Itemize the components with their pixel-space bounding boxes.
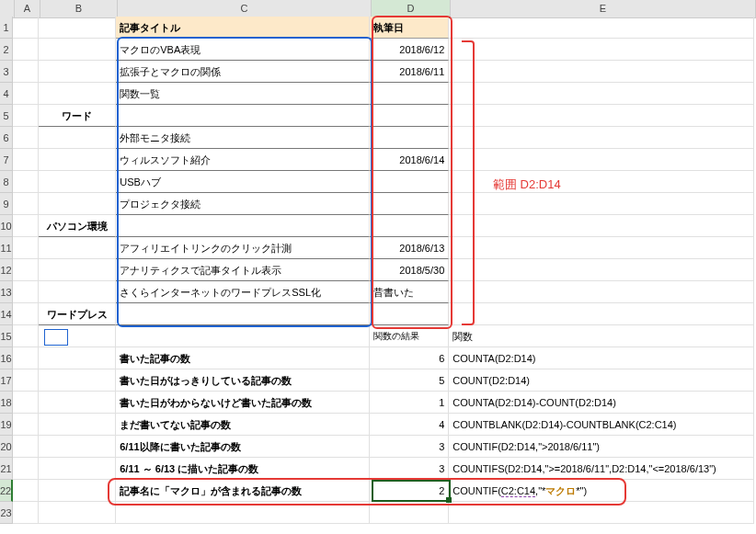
- cell-a20[interactable]: [13, 436, 39, 458]
- cell-a18[interactable]: [13, 392, 39, 414]
- cell-e8[interactable]: [449, 171, 754, 193]
- cell-d8[interactable]: [370, 171, 449, 193]
- row-header-22[interactable]: 22: [0, 480, 13, 502]
- cell-c16[interactable]: 書いた記事の数: [116, 347, 370, 369]
- cell-d13[interactable]: 昔書いた: [370, 281, 449, 303]
- cell-a17[interactable]: [13, 369, 39, 392]
- cell-c3[interactable]: 拡張子とマクロの関係: [116, 61, 370, 83]
- row-header-2[interactable]: 2: [0, 39, 13, 61]
- cell-d23[interactable]: [370, 502, 449, 524]
- cell-d19[interactable]: 4: [370, 414, 449, 436]
- cell-e18[interactable]: COUNTA(D2:D14)-COUNT(D2:D14): [449, 392, 754, 414]
- cell-e3[interactable]: [449, 61, 754, 83]
- cell-d17[interactable]: 5: [370, 369, 449, 392]
- cell-d2[interactable]: 2018/6/12: [370, 39, 449, 61]
- cell-a10[interactable]: [13, 215, 39, 237]
- cell-a4[interactable]: [13, 83, 39, 105]
- cell-d16[interactable]: 6: [370, 347, 449, 369]
- row-header-17[interactable]: 17: [0, 369, 13, 392]
- cell-a1[interactable]: [13, 17, 39, 39]
- cell-a12[interactable]: [13, 259, 39, 281]
- cell-c13[interactable]: さくらインターネットのワードプレスSSL化: [116, 281, 370, 303]
- cell-e7[interactable]: [449, 149, 754, 171]
- row-header-1[interactable]: 1: [0, 17, 13, 39]
- cell-c4[interactable]: 関数一覧: [116, 83, 370, 105]
- cell-c18[interactable]: 書いた日がわからないけど書いた記事の数: [116, 392, 370, 414]
- cell-d4[interactable]: [370, 83, 449, 105]
- cell-c15[interactable]: [116, 325, 370, 347]
- cell-d10[interactable]: [370, 215, 449, 237]
- col-header-e[interactable]: E: [451, 0, 756, 18]
- cell-d15[interactable]: 関数の結果: [370, 325, 449, 347]
- cell-c14[interactable]: [116, 303, 370, 325]
- cell-a15[interactable]: [13, 325, 39, 347]
- cell-b9[interactable]: [39, 193, 116, 215]
- cell-b17[interactable]: [39, 369, 116, 392]
- row-header-6[interactable]: 6: [0, 127, 13, 149]
- col-header-c[interactable]: C: [118, 0, 372, 18]
- cell-e9[interactable]: [449, 193, 754, 215]
- cell-b10[interactable]: パソコン環境: [39, 215, 116, 237]
- row-header-12[interactable]: 12: [0, 259, 13, 281]
- cell-c9[interactable]: プロジェクタ接続: [116, 193, 370, 215]
- cell-b18[interactable]: [39, 392, 116, 414]
- cell-c5[interactable]: [116, 105, 370, 127]
- row-header-13[interactable]: 13: [0, 281, 13, 303]
- cell-d1[interactable]: 執筆日: [370, 17, 449, 39]
- cell-c10[interactable]: [116, 215, 370, 237]
- row-header-7[interactable]: 7: [0, 149, 13, 171]
- col-header-a[interactable]: A: [15, 0, 40, 18]
- cell-a2[interactable]: [13, 39, 39, 61]
- cell-b2[interactable]: [39, 39, 116, 61]
- cell-c21[interactable]: 6/11 ～ 6/13 に描いた記事の数: [116, 458, 370, 480]
- cell-a6[interactable]: [13, 127, 39, 149]
- cell-c12[interactable]: アナリティクスで記事タイトル表示: [116, 259, 370, 281]
- cell-a8[interactable]: [13, 171, 39, 193]
- cell-e12[interactable]: [449, 259, 754, 281]
- cell-a14[interactable]: [13, 303, 39, 325]
- select-all-corner[interactable]: [0, 0, 15, 18]
- cell-c17[interactable]: 書いた日がはっきりしている記事の数: [116, 369, 370, 392]
- cell-d21[interactable]: 3: [370, 458, 449, 480]
- cell-c2[interactable]: マクロのVBA表現: [116, 39, 370, 61]
- cell-c6[interactable]: 外部モニタ接続: [116, 127, 370, 149]
- cell-e2[interactable]: [449, 39, 754, 61]
- row-header-15[interactable]: 15: [0, 325, 13, 347]
- row-header-5[interactable]: 5: [0, 105, 13, 127]
- cell-b5[interactable]: ワード: [39, 105, 116, 127]
- cell-b19[interactable]: [39, 414, 116, 436]
- cell-e21[interactable]: COUNTIFS(D2:D14,">=2018/6/11",D2:D14,"<=…: [449, 458, 754, 480]
- cell-a9[interactable]: [13, 193, 39, 215]
- row-header-23[interactable]: 23: [0, 502, 13, 524]
- row-header-14[interactable]: 14: [0, 303, 13, 325]
- cell-e17[interactable]: COUNT(D2:D14): [449, 369, 754, 392]
- row-header-10[interactable]: 10: [0, 215, 13, 237]
- cell-d11[interactable]: 2018/6/13: [370, 237, 449, 259]
- cell-c11[interactable]: アフィリエイトリンクのクリック計測: [116, 237, 370, 259]
- cell-b4[interactable]: [39, 83, 116, 105]
- cell-c19[interactable]: まだ書いてない記事の数: [116, 414, 370, 436]
- cell-a21[interactable]: [13, 458, 39, 480]
- cell-a5[interactable]: [13, 105, 39, 127]
- cell-a13[interactable]: [13, 281, 39, 303]
- row-header-11[interactable]: 11: [0, 237, 13, 259]
- cell-e16[interactable]: COUNTA(D2:D14): [449, 347, 754, 369]
- cell-d22[interactable]: 2: [370, 480, 449, 502]
- cell-e10[interactable]: [449, 215, 754, 237]
- cell-b11[interactable]: [39, 237, 116, 259]
- cell-e20[interactable]: COUNTIF(D2:D14,">2018/6/11"): [449, 436, 754, 458]
- col-header-d[interactable]: D: [372, 0, 451, 18]
- cell-b13[interactable]: [39, 281, 116, 303]
- row-header-8[interactable]: 8: [0, 171, 13, 193]
- cell-b15[interactable]: [39, 325, 116, 347]
- cell-a16[interactable]: [13, 347, 39, 369]
- cell-d5[interactable]: [370, 105, 449, 127]
- cell-a19[interactable]: [13, 414, 39, 436]
- row-header-20[interactable]: 20: [0, 436, 13, 458]
- cell-b7[interactable]: [39, 149, 116, 171]
- cell-e14[interactable]: [449, 303, 754, 325]
- cell-d20[interactable]: 3: [370, 436, 449, 458]
- cell-e13[interactable]: [449, 281, 754, 303]
- cell-e22[interactable]: COUNTIF(C2:C14,"*マクロ*"): [449, 480, 754, 502]
- row-header-18[interactable]: 18: [0, 392, 13, 414]
